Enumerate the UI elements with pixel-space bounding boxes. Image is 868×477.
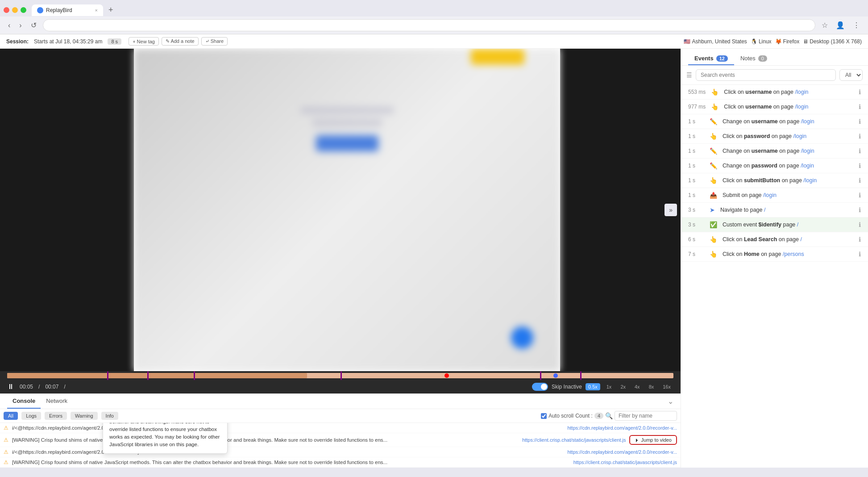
filter-all-button[interactable]: All	[4, 412, 18, 420]
tab-events[interactable]: Events 12	[688, 52, 734, 65]
close-window-button[interactable]	[4, 7, 9, 13]
event-info-button[interactable]: ℹ	[859, 177, 861, 184]
collapse-console-button[interactable]: ⌄	[668, 397, 673, 406]
click-icon: 👆	[710, 236, 717, 243]
add-note-button[interactable]: ✎ Add a note	[162, 37, 199, 46]
active-tab[interactable]: ReplayBird ×	[32, 4, 103, 16]
skip-inactive-label: Skip Inactive	[552, 384, 582, 390]
event-info-button[interactable]: ℹ	[859, 251, 861, 258]
event-row[interactable]: 6 s 👆 Click on Lead Search on page / ℹ	[681, 232, 868, 247]
event-time: 1 s	[688, 118, 704, 125]
forward-button[interactable]: ›	[17, 21, 24, 30]
event-info-button[interactable]: ℹ	[859, 206, 861, 213]
console-panel: Console Network ⌄ All Logs Errors Warnin…	[0, 393, 681, 468]
jump-to-video-button[interactable]: ⏵ Jump to video	[629, 435, 677, 445]
event-text: Click on Lead Search on page /	[723, 236, 853, 243]
speed-2x-button[interactable]: 2x	[618, 383, 628, 390]
event-time: 7 s	[688, 251, 704, 257]
event-info-button[interactable]: ℹ	[859, 103, 861, 110]
event-row[interactable]: 7 s 👆 Click on Home on page /persons ℹ	[681, 247, 868, 262]
toggle-knob	[541, 384, 547, 390]
event-text: Click on password on page /login	[723, 133, 853, 139]
speed-4x-button[interactable]: 4x	[632, 383, 643, 390]
refresh-button[interactable]: ↺	[28, 20, 39, 30]
click-icon: 👆	[711, 88, 718, 96]
event-row[interactable]: 1 s 👆 Click on password on page /login ℹ	[681, 129, 868, 144]
tooltip-text: [WARNING] Crisp found shims of native Ja…	[109, 423, 220, 447]
tab-console[interactable]: Console	[7, 394, 41, 409]
event-row[interactable]: 3 s ➤ Navigate to page / ℹ	[681, 203, 868, 218]
event-info-button[interactable]: ℹ	[859, 133, 861, 140]
console-url: https://cdn.replaybird.com/agent/2.0.0/r…	[567, 449, 677, 455]
event-row[interactable]: 1 s ✏️ Change on username on page /login…	[681, 114, 868, 129]
filter-warning-button[interactable]: Warning	[71, 412, 98, 420]
click-icon: 👆	[710, 251, 717, 258]
skip-inactive-toggle[interactable]	[532, 383, 548, 391]
new-tab-button[interactable]: +	[105, 4, 117, 17]
search-events-input[interactable]	[696, 69, 836, 81]
submit-icon: 📤	[710, 192, 717, 199]
timeline-marker-1	[107, 371, 108, 380]
bookmark-button[interactable]: ☆	[819, 20, 831, 30]
events-count-badge: 12	[716, 55, 728, 62]
new-tag-button[interactable]: + New tag	[129, 37, 159, 46]
event-time: 1 s	[688, 148, 704, 154]
console-text: [WARNING] Crisp found shims of native Ja…	[12, 437, 519, 443]
maximize-window-button[interactable]	[21, 7, 26, 13]
speed-1x-button[interactable]: 1x	[604, 383, 615, 390]
menu-button[interactable]: ⋮	[850, 20, 863, 30]
event-time: 6 s	[688, 236, 704, 243]
filter-errors-button[interactable]: Errors	[45, 412, 67, 420]
console-text: [WARNING] Crisp found shims of native Ja…	[12, 460, 570, 465]
event-info-button[interactable]: ℹ	[859, 162, 861, 169]
minimize-window-button[interactable]	[12, 7, 18, 13]
events-filter-select[interactable]: All	[839, 69, 863, 81]
environment-tags: 🇺🇸 Ashburn, United States 🐧 Linux 🦊 Fire…	[684, 38, 862, 45]
event-info-button[interactable]: ℹ	[859, 236, 861, 243]
event-info-button[interactable]: ℹ	[859, 221, 861, 228]
event-row[interactable]: 1 s 👆 Click on submitButton on page /log…	[681, 173, 868, 188]
speed-05x-button[interactable]: 0.5x	[586, 383, 600, 390]
console-list: ⚠ i/<@https://cdn.replaybird.com/agent/2…	[0, 423, 681, 468]
url-input[interactable]	[43, 19, 815, 31]
event-row[interactable]: 1 s 📤 Submit on page /login ℹ	[681, 188, 868, 203]
location-tag: 🇺🇸 Ashburn, United States	[684, 38, 747, 45]
notes-tab-label: Notes	[740, 55, 756, 62]
filter-logs-button[interactable]: Logs	[21, 412, 41, 420]
speed-8x-button[interactable]: 8x	[646, 383, 657, 390]
video-area[interactable]: »	[0, 49, 681, 371]
panel-toggle-button[interactable]: »	[664, 204, 677, 216]
back-button[interactable]: ‹	[5, 21, 13, 30]
event-row[interactable]: 977 ms 👆 Click on username on page /logi…	[681, 100, 868, 114]
event-info-button[interactable]: ℹ	[859, 118, 861, 125]
event-info-button[interactable]: ℹ	[859, 192, 861, 199]
account-button[interactable]: 👤	[833, 20, 847, 30]
event-row[interactable]: 1 s ✏️ Change on username on page /login…	[681, 144, 868, 159]
event-row[interactable]: 1 s ✏️ Change on password on page /login…	[681, 159, 868, 173]
filter-events-icon[interactable]: ☰	[686, 71, 692, 79]
tab-close-button[interactable]: ×	[95, 8, 98, 13]
timeline-bar	[0, 371, 681, 380]
tab-network[interactable]: Network	[41, 394, 73, 409]
filter-input[interactable]	[615, 411, 677, 421]
events-list: 553 ms 👆 Click on username on page /logi…	[681, 85, 868, 468]
session-label: Session:	[6, 38, 29, 45]
filter-info-button[interactable]: Info	[101, 412, 118, 420]
timeline-progress	[7, 373, 307, 378]
event-info-button[interactable]: ℹ	[859, 88, 861, 96]
play-pause-button[interactable]: ⏸	[7, 383, 14, 391]
share-button[interactable]: ⤶ Share	[201, 37, 228, 46]
count-label: Count :	[575, 413, 593, 419]
event-row[interactable]: 553 ms 👆 Click on username on page /logi…	[681, 85, 868, 100]
tab-notes[interactable]: Notes 0	[734, 52, 773, 65]
autoscroll-checkbox[interactable]	[541, 413, 547, 419]
speed-16x-button[interactable]: 16x	[660, 383, 673, 390]
os-text: Linux	[759, 38, 772, 45]
controls-bar: ⏸ 00:05 / 00:07 / Skip Inactive 0.5x 1x …	[0, 380, 681, 393]
event-info-button[interactable]: ℹ	[859, 147, 861, 155]
event-row-highlighted[interactable]: 3 s ✅ Custom event $identify page / ℹ	[681, 218, 868, 232]
console-filter-bar: All Logs Errors Warning Info Auto scroll…	[0, 409, 681, 423]
timeline-track[interactable]	[7, 373, 673, 378]
session-tags: + New tag ✎ Add a note ⤶ Share	[129, 37, 228, 46]
event-time: 1 s	[688, 163, 704, 169]
